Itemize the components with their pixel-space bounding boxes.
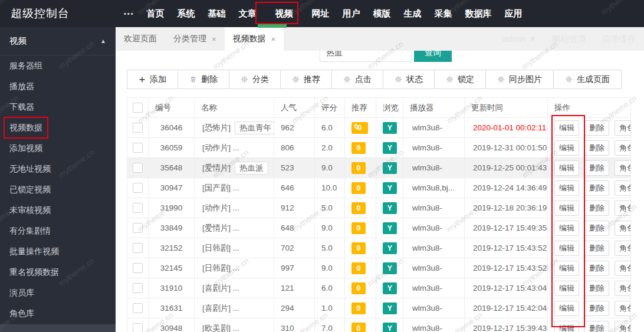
sidebar-item[interactable]: 下载器 bbox=[0, 97, 116, 117]
header-link[interactable]: 网站首页 bbox=[552, 34, 586, 45]
nav-item[interactable]: 首页 bbox=[140, 0, 171, 27]
row-checkbox[interactable] bbox=[133, 223, 143, 233]
tab[interactable]: 欢迎页面 bbox=[116, 27, 165, 51]
views-badge[interactable]: Y bbox=[383, 262, 397, 274]
row-action-角色[interactable]: 角色 bbox=[615, 140, 631, 156]
nav-item[interactable]: 视频 bbox=[269, 0, 300, 27]
row-action-编辑[interactable]: 编辑 bbox=[554, 321, 579, 332]
row-action-角色[interactable]: 角色 bbox=[615, 321, 631, 332]
recommend-badge[interactable]: 0 bbox=[351, 242, 366, 254]
close-tab-icon[interactable]: × bbox=[271, 35, 276, 44]
row-action-删除[interactable]: 删除 bbox=[584, 200, 609, 216]
toolbar-button-分类[interactable]: 分类 bbox=[229, 70, 281, 89]
recommend-badge[interactable]: 0 bbox=[351, 142, 366, 154]
row-checkbox[interactable] bbox=[133, 183, 143, 193]
toolbar-button-锁定[interactable]: 锁定 bbox=[434, 70, 486, 89]
sidebar-item[interactable]: 视频数据 bbox=[0, 117, 116, 138]
sidebar-item[interactable]: 未审核视频 bbox=[0, 200, 116, 221]
nav-item[interactable]: 网址 bbox=[305, 0, 336, 27]
sidebar-item[interactable]: 已锁定视频 bbox=[0, 179, 116, 200]
row-checkbox[interactable] bbox=[133, 283, 143, 293]
row-action-删除[interactable]: 删除 bbox=[584, 261, 609, 276]
sidebar-item[interactable]: 添加视频 bbox=[0, 138, 116, 159]
row-action-角色[interactable]: 角色 bbox=[615, 200, 631, 216]
recommend-badge[interactable]: 0 bbox=[351, 303, 366, 314]
row-action-删除[interactable]: 删除 bbox=[584, 180, 609, 196]
sidebar-item[interactable]: 角色库 bbox=[0, 303, 116, 324]
row-action-编辑[interactable]: 编辑 bbox=[554, 301, 579, 316]
row-checkbox[interactable] bbox=[133, 243, 143, 253]
nav-item[interactable]: 基础 bbox=[202, 0, 232, 27]
nav-item[interactable]: 数据库 bbox=[459, 0, 498, 27]
nav-item[interactable]: 系统 bbox=[171, 0, 202, 27]
toolbar-button-生成页面[interactable]: 生成页面 bbox=[553, 70, 622, 89]
toolbar-button-删除[interactable]: 删除 bbox=[178, 70, 229, 89]
toolbar-button-点击[interactable]: 点击 bbox=[331, 70, 383, 89]
nav-item[interactable]: 生成 bbox=[397, 0, 428, 27]
video-title-box[interactable]: 热血青年 bbox=[235, 121, 274, 134]
row-action-删除[interactable]: 删除 bbox=[584, 281, 609, 296]
header-link[interactable]: admin ▼ bbox=[502, 34, 537, 44]
recommend-badge[interactable]: 0 bbox=[351, 182, 366, 194]
row-action-编辑[interactable]: 编辑 bbox=[554, 261, 579, 276]
row-action-编辑[interactable]: 编辑 bbox=[554, 281, 579, 296]
row-checkbox[interactable] bbox=[133, 323, 143, 332]
header-link[interactable]: 清理缓存 bbox=[602, 34, 636, 45]
row-checkbox[interactable] bbox=[133, 303, 143, 313]
nav-item[interactable]: 采集 bbox=[428, 0, 459, 27]
row-action-编辑[interactable]: 编辑 bbox=[554, 241, 579, 256]
toolbar-button-添加[interactable]: 添加 bbox=[127, 70, 178, 89]
video-title-box[interactable]: 热血派 bbox=[235, 162, 268, 175]
row-action-角色[interactable]: 角色 bbox=[615, 281, 631, 296]
sidebar-item[interactable]: 播放器 bbox=[0, 76, 116, 97]
nav-item[interactable]: 模版 bbox=[367, 0, 397, 27]
row-checkbox[interactable] bbox=[133, 143, 143, 153]
sidebar-item[interactable]: 批量操作视频 bbox=[0, 241, 116, 262]
toolbar-button-推荐[interactable]: 推荐 bbox=[280, 70, 332, 89]
row-action-编辑[interactable]: 编辑 bbox=[554, 180, 579, 196]
recommend-badge[interactable]: 0 bbox=[351, 323, 366, 332]
row-action-编辑[interactable]: 编辑 bbox=[554, 221, 579, 236]
nav-item[interactable]: 应用 bbox=[498, 0, 529, 27]
nav-item[interactable]: 用户 bbox=[336, 0, 367, 27]
row-action-编辑[interactable]: 编辑 bbox=[554, 200, 579, 216]
sidebar-item[interactable]: 演员库 bbox=[0, 282, 116, 303]
row-action-编辑[interactable]: 编辑 bbox=[554, 160, 579, 176]
views-badge[interactable]: Y bbox=[383, 282, 397, 294]
sidebar-item[interactable]: 有分集剧情 bbox=[0, 221, 116, 241]
recommend-badge[interactable]: 0 bbox=[351, 282, 366, 294]
row-action-删除[interactable]: 删除 bbox=[584, 241, 609, 256]
views-badge[interactable]: Y bbox=[383, 202, 397, 214]
views-badge[interactable]: Y bbox=[383, 182, 397, 194]
row-action-删除[interactable]: 删除 bbox=[584, 221, 609, 236]
row-action-角色[interactable]: 角色 bbox=[615, 160, 631, 176]
sidebar-item[interactable]: 重名视频数据 bbox=[0, 262, 116, 282]
row-action-删除[interactable]: 删除 bbox=[584, 140, 609, 156]
row-action-角色[interactable]: 角色 bbox=[615, 241, 631, 256]
tab[interactable]: 分类管理× bbox=[165, 27, 225, 51]
row-action-角色[interactable]: 角色 bbox=[615, 120, 631, 136]
close-tab-icon[interactable]: × bbox=[212, 35, 216, 44]
views-badge[interactable]: Y bbox=[383, 242, 397, 254]
toolbar-button-状态[interactable]: 状态 bbox=[383, 70, 435, 89]
recommend-badge[interactable]: 0 bbox=[351, 162, 366, 174]
recommend-badge[interactable]: 0 bbox=[351, 262, 366, 274]
row-action-删除[interactable]: 删除 bbox=[584, 301, 609, 316]
row-checkbox[interactable] bbox=[133, 263, 143, 273]
views-badge[interactable]: Y bbox=[383, 122, 397, 134]
row-checkbox[interactable] bbox=[133, 203, 143, 213]
sidebar-group-header[interactable]: 视频 ▲ bbox=[0, 27, 116, 55]
tab[interactable]: 视频数据× bbox=[225, 27, 284, 51]
nav-item[interactable]: 文章 bbox=[232, 0, 263, 27]
row-checkbox[interactable] bbox=[133, 123, 143, 133]
more-menu-icon[interactable]: ••• bbox=[124, 10, 134, 17]
recommend-badge[interactable]: 0 bbox=[351, 222, 366, 234]
views-badge[interactable]: Y bbox=[383, 222, 397, 234]
row-action-删除[interactable]: 删除 bbox=[584, 160, 609, 176]
select-all-checkbox[interactable] bbox=[133, 103, 143, 113]
sidebar-item[interactable]: 服务器组 bbox=[0, 55, 116, 76]
recommend-badge[interactable]: 0 bbox=[351, 202, 366, 214]
row-action-删除[interactable]: 删除 bbox=[584, 321, 609, 332]
views-badge[interactable]: Y bbox=[383, 323, 397, 332]
row-action-编辑[interactable]: 编辑 bbox=[554, 140, 579, 156]
